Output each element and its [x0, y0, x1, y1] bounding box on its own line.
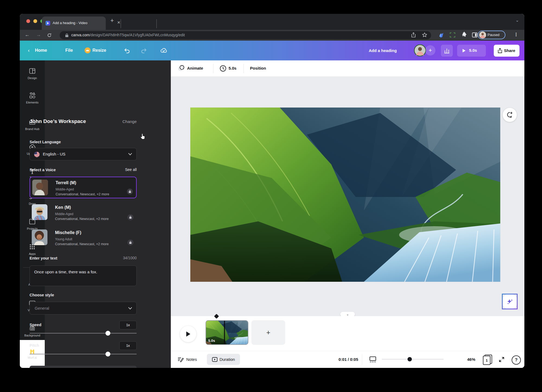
blue-extension-icon[interactable] — [438, 31, 444, 38]
timeline-clip-thumbnail[interactable]: 5.0s — [206, 320, 248, 345]
speed-value-badge[interactable]: 1x — [119, 321, 137, 329]
position-button[interactable]: Position — [250, 66, 266, 70]
pages-button[interactable]: 1 — [483, 355, 492, 364]
voice-label: Select a Voice — [30, 168, 56, 172]
playhead-line[interactable] — [224, 321, 225, 344]
zoom-slider-knob[interactable] — [408, 357, 412, 361]
style-value: General — [35, 306, 49, 310]
sparkles-icon — [506, 298, 514, 305]
style-label: Choose style — [30, 293, 137, 297]
voice-card-mischelle[interactable]: Mischelle (F) Young Adult Conversational… — [30, 227, 137, 249]
help-button[interactable]: ? — [512, 355, 521, 365]
browser-window: Add a heading - Video ✕ + ⌄ ← → canva.co… — [20, 14, 524, 368]
notes-button[interactable]: Notes — [186, 357, 197, 362]
split-screen-icon[interactable] — [472, 32, 478, 38]
workspace-header: John Doe’s Workspace Change — [30, 118, 137, 124]
preview-duration-button[interactable]: 5.0s — [457, 45, 486, 57]
bookmark-star-icon[interactable] — [422, 32, 427, 38]
duration-icon — [212, 357, 217, 362]
undo-icon[interactable] — [123, 47, 131, 54]
share-button[interactable]: Share — [494, 45, 519, 57]
video-clip-image[interactable] — [190, 108, 500, 282]
capture-brackets-icon[interactable] — [449, 32, 456, 38]
reload-icon[interactable] — [47, 33, 52, 38]
back-icon[interactable]: ← — [25, 32, 30, 38]
language-select[interactable]: English - US — [30, 148, 137, 160]
us-flag-icon — [34, 152, 40, 157]
workspace-title: John Doe’s Workspace — [30, 118, 86, 124]
browser-avatar — [479, 31, 486, 38]
tab-close-icon[interactable]: ✕ — [117, 20, 120, 25]
voiceover-text-input[interactable]: Once upon a time, there was a fox. — [30, 265, 137, 286]
voice-card-ken[interactable]: Ken (M) Middle-Aged Conversational, News… — [30, 202, 137, 223]
see-all-link[interactable]: See all — [125, 167, 137, 172]
traffic-minimize-button[interactable] — [33, 19, 37, 23]
style-select[interactable]: General — [30, 302, 137, 315]
browser-menu-icon[interactable]: ⋮ — [514, 32, 518, 37]
fullscreen-expand-icon[interactable] — [498, 356, 505, 363]
tab-search-chevron-icon[interactable]: ⌄ — [515, 18, 519, 23]
sidebar-item-design[interactable]: Design — [20, 67, 45, 80]
add-member-button[interactable]: + — [425, 45, 435, 56]
zoom-slider-track[interactable] — [382, 359, 444, 359]
speed-slider-knob[interactable] — [105, 331, 110, 336]
url-path: /design/DAFh8HhT5qw/A1VlygfUA0xFWLcnMusq… — [90, 33, 185, 37]
grid-view-icon[interactable] — [368, 355, 377, 364]
language-label: Select Language — [30, 140, 137, 144]
share-label: Share — [504, 48, 515, 53]
insights-button[interactable] — [441, 45, 453, 57]
magic-ai-button[interactable] — [502, 294, 518, 309]
file-menu[interactable]: File — [65, 48, 73, 53]
speed-row: Speed 1x — [30, 321, 137, 329]
toolbar-divider — [156, 19, 157, 28]
playback-time: 0:01 / 0:05 — [331, 357, 358, 362]
browser-tab[interactable]: Add a heading - Video ✕ — [42, 17, 106, 30]
char-counter: 34/1000 — [123, 256, 137, 260]
statusbar-divider — [362, 354, 362, 365]
speed-slider-track[interactable] — [30, 333, 137, 333]
voice-lock-icon — [127, 214, 133, 220]
redo-icon[interactable] — [140, 47, 147, 54]
paused-label: Paused — [488, 31, 505, 39]
voice-lock-icon — [127, 239, 133, 245]
home-button[interactable]: Home — [35, 48, 47, 53]
add-comment-button[interactable] — [503, 108, 517, 122]
voice-card-terrell[interactable]: Terrell (M) Middle-Aged Conversational, … — [30, 177, 137, 198]
animate-icon[interactable] — [178, 64, 185, 72]
browser-tabbar: Add a heading - Video ✕ + ⌄ — [20, 14, 524, 30]
screen: Add a heading - Video ✕ + ⌄ ← → canva.co… — [0, 0, 542, 392]
clip-duration-label: 5.0s — [208, 339, 215, 343]
forward-icon[interactable]: → — [36, 32, 41, 38]
animate-button[interactable]: Animate — [187, 66, 203, 70]
preview-voiceover-button[interactable]: Preview Voiceover — [30, 366, 137, 368]
traffic-close-button[interactable] — [26, 19, 30, 23]
page-duration-button[interactable]: 5.0s — [229, 66, 236, 70]
url-text: canva.com/design/DAFh8HhT5qw/A1VlygfUA0x… — [71, 33, 185, 37]
new-tab-icon[interactable]: + — [110, 17, 114, 24]
crown-pro-icon — [84, 47, 91, 54]
pitch-slider-track[interactable] — [30, 354, 137, 354]
share-upload-icon — [498, 48, 502, 53]
document-title[interactable]: Add a heading — [369, 48, 397, 53]
cloud-saved-icon — [160, 47, 168, 55]
voice-avatar-terrell — [32, 180, 48, 195]
zoom-percent[interactable]: 46% — [459, 357, 475, 362]
change-workspace-link[interactable]: Change — [122, 119, 137, 124]
voice-avatar-ken — [32, 204, 47, 220]
lock-icon — [65, 33, 69, 37]
toolbar-divider — [121, 19, 121, 28]
user-avatar[interactable] — [414, 44, 426, 56]
pitch-slider-knob[interactable] — [105, 352, 110, 357]
add-page-button[interactable]: + — [251, 320, 285, 345]
profile-paused-badge[interactable]: Paused — [478, 31, 505, 39]
duration-tab-button[interactable]: Duration — [207, 354, 240, 365]
plus-icon: + — [429, 47, 432, 54]
resize-button[interactable]: Resize — [92, 48, 106, 53]
notes-icon[interactable] — [177, 356, 184, 363]
timeline-play-button[interactable] — [180, 326, 196, 342]
sidebar-item-elements[interactable]: Elements — [20, 92, 45, 104]
extensions-puzzle-icon[interactable] — [461, 31, 467, 38]
pitch-value-badge[interactable]: 1x — [119, 341, 137, 350]
share-page-icon[interactable] — [411, 32, 416, 38]
clock-icon[interactable] — [220, 65, 226, 72]
